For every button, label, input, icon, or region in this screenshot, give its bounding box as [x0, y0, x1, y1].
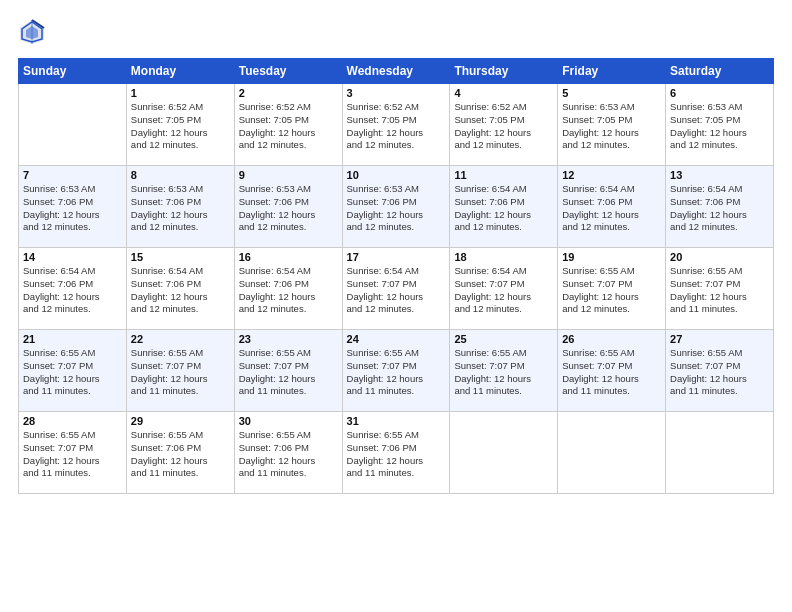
weekday-header-row: SundayMondayTuesdayWednesdayThursdayFrid… — [19, 59, 774, 84]
weekday-header: Monday — [126, 59, 234, 84]
day-info: Sunrise: 6:55 AM Sunset: 7:06 PM Dayligh… — [239, 429, 338, 480]
calendar-cell: 21Sunrise: 6:55 AM Sunset: 7:07 PM Dayli… — [19, 330, 127, 412]
day-info: Sunrise: 6:55 AM Sunset: 7:07 PM Dayligh… — [670, 347, 769, 398]
calendar-cell: 2Sunrise: 6:52 AM Sunset: 7:05 PM Daylig… — [234, 84, 342, 166]
day-number: 20 — [670, 251, 769, 263]
day-number: 5 — [562, 87, 661, 99]
calendar-cell: 10Sunrise: 6:53 AM Sunset: 7:06 PM Dayli… — [342, 166, 450, 248]
day-number: 6 — [670, 87, 769, 99]
day-info: Sunrise: 6:55 AM Sunset: 7:07 PM Dayligh… — [562, 265, 661, 316]
logo — [18, 18, 50, 46]
day-info: Sunrise: 6:53 AM Sunset: 7:05 PM Dayligh… — [562, 101, 661, 152]
day-number: 8 — [131, 169, 230, 181]
day-number: 17 — [347, 251, 446, 263]
weekday-header: Sunday — [19, 59, 127, 84]
day-info: Sunrise: 6:54 AM Sunset: 7:06 PM Dayligh… — [562, 183, 661, 234]
day-info: Sunrise: 6:54 AM Sunset: 7:06 PM Dayligh… — [454, 183, 553, 234]
calendar-cell: 22Sunrise: 6:55 AM Sunset: 7:07 PM Dayli… — [126, 330, 234, 412]
calendar-cell: 28Sunrise: 6:55 AM Sunset: 7:07 PM Dayli… — [19, 412, 127, 494]
calendar-cell — [450, 412, 558, 494]
weekday-header: Friday — [558, 59, 666, 84]
day-number: 7 — [23, 169, 122, 181]
day-info: Sunrise: 6:55 AM Sunset: 7:07 PM Dayligh… — [131, 347, 230, 398]
calendar-cell: 14Sunrise: 6:54 AM Sunset: 7:06 PM Dayli… — [19, 248, 127, 330]
day-info: Sunrise: 6:55 AM Sunset: 7:07 PM Dayligh… — [23, 429, 122, 480]
day-number: 11 — [454, 169, 553, 181]
calendar-cell: 17Sunrise: 6:54 AM Sunset: 7:07 PM Dayli… — [342, 248, 450, 330]
calendar-cell: 6Sunrise: 6:53 AM Sunset: 7:05 PM Daylig… — [666, 84, 774, 166]
day-info: Sunrise: 6:52 AM Sunset: 7:05 PM Dayligh… — [239, 101, 338, 152]
calendar-cell: 1Sunrise: 6:52 AM Sunset: 7:05 PM Daylig… — [126, 84, 234, 166]
day-number: 31 — [347, 415, 446, 427]
calendar-cell: 7Sunrise: 6:53 AM Sunset: 7:06 PM Daylig… — [19, 166, 127, 248]
calendar-cell: 18Sunrise: 6:54 AM Sunset: 7:07 PM Dayli… — [450, 248, 558, 330]
calendar-cell: 4Sunrise: 6:52 AM Sunset: 7:05 PM Daylig… — [450, 84, 558, 166]
day-number: 21 — [23, 333, 122, 345]
calendar-cell: 11Sunrise: 6:54 AM Sunset: 7:06 PM Dayli… — [450, 166, 558, 248]
day-info: Sunrise: 6:55 AM Sunset: 7:07 PM Dayligh… — [670, 265, 769, 316]
day-number: 16 — [239, 251, 338, 263]
day-info: Sunrise: 6:53 AM Sunset: 7:06 PM Dayligh… — [23, 183, 122, 234]
day-number: 19 — [562, 251, 661, 263]
calendar-body: 1Sunrise: 6:52 AM Sunset: 7:05 PM Daylig… — [19, 84, 774, 494]
day-number: 13 — [670, 169, 769, 181]
calendar-week-row: 28Sunrise: 6:55 AM Sunset: 7:07 PM Dayli… — [19, 412, 774, 494]
day-info: Sunrise: 6:54 AM Sunset: 7:06 PM Dayligh… — [670, 183, 769, 234]
calendar-cell: 9Sunrise: 6:53 AM Sunset: 7:06 PM Daylig… — [234, 166, 342, 248]
day-number: 3 — [347, 87, 446, 99]
day-info: Sunrise: 6:52 AM Sunset: 7:05 PM Dayligh… — [454, 101, 553, 152]
calendar-week-row: 14Sunrise: 6:54 AM Sunset: 7:06 PM Dayli… — [19, 248, 774, 330]
day-info: Sunrise: 6:55 AM Sunset: 7:07 PM Dayligh… — [454, 347, 553, 398]
calendar-cell: 15Sunrise: 6:54 AM Sunset: 7:06 PM Dayli… — [126, 248, 234, 330]
day-info: Sunrise: 6:53 AM Sunset: 7:06 PM Dayligh… — [239, 183, 338, 234]
day-number: 30 — [239, 415, 338, 427]
day-number: 9 — [239, 169, 338, 181]
calendar-cell: 8Sunrise: 6:53 AM Sunset: 7:06 PM Daylig… — [126, 166, 234, 248]
day-info: Sunrise: 6:54 AM Sunset: 7:06 PM Dayligh… — [239, 265, 338, 316]
calendar-cell: 29Sunrise: 6:55 AM Sunset: 7:06 PM Dayli… — [126, 412, 234, 494]
day-info: Sunrise: 6:55 AM Sunset: 7:07 PM Dayligh… — [23, 347, 122, 398]
calendar-cell: 16Sunrise: 6:54 AM Sunset: 7:06 PM Dayli… — [234, 248, 342, 330]
day-number: 4 — [454, 87, 553, 99]
calendar-cell — [558, 412, 666, 494]
day-info: Sunrise: 6:53 AM Sunset: 7:05 PM Dayligh… — [670, 101, 769, 152]
day-number: 1 — [131, 87, 230, 99]
weekday-header: Tuesday — [234, 59, 342, 84]
calendar-week-row: 1Sunrise: 6:52 AM Sunset: 7:05 PM Daylig… — [19, 84, 774, 166]
day-number: 22 — [131, 333, 230, 345]
day-info: Sunrise: 6:53 AM Sunset: 7:06 PM Dayligh… — [131, 183, 230, 234]
calendar-week-row: 7Sunrise: 6:53 AM Sunset: 7:06 PM Daylig… — [19, 166, 774, 248]
calendar-cell: 23Sunrise: 6:55 AM Sunset: 7:07 PM Dayli… — [234, 330, 342, 412]
day-info: Sunrise: 6:55 AM Sunset: 7:06 PM Dayligh… — [347, 429, 446, 480]
day-number: 14 — [23, 251, 122, 263]
calendar-cell: 3Sunrise: 6:52 AM Sunset: 7:05 PM Daylig… — [342, 84, 450, 166]
calendar-cell: 30Sunrise: 6:55 AM Sunset: 7:06 PM Dayli… — [234, 412, 342, 494]
calendar-cell: 19Sunrise: 6:55 AM Sunset: 7:07 PM Dayli… — [558, 248, 666, 330]
calendar-cell — [666, 412, 774, 494]
day-number: 24 — [347, 333, 446, 345]
calendar-cell: 12Sunrise: 6:54 AM Sunset: 7:06 PM Dayli… — [558, 166, 666, 248]
day-number: 15 — [131, 251, 230, 263]
logo-icon — [18, 18, 46, 46]
day-info: Sunrise: 6:54 AM Sunset: 7:06 PM Dayligh… — [131, 265, 230, 316]
day-number: 28 — [23, 415, 122, 427]
day-info: Sunrise: 6:55 AM Sunset: 7:07 PM Dayligh… — [347, 347, 446, 398]
calendar-cell — [19, 84, 127, 166]
day-number: 12 — [562, 169, 661, 181]
calendar-week-row: 21Sunrise: 6:55 AM Sunset: 7:07 PM Dayli… — [19, 330, 774, 412]
calendar-table: SundayMondayTuesdayWednesdayThursdayFrid… — [18, 58, 774, 494]
day-number: 18 — [454, 251, 553, 263]
weekday-header: Thursday — [450, 59, 558, 84]
day-number: 27 — [670, 333, 769, 345]
calendar-cell: 20Sunrise: 6:55 AM Sunset: 7:07 PM Dayli… — [666, 248, 774, 330]
day-number: 25 — [454, 333, 553, 345]
weekday-header: Saturday — [666, 59, 774, 84]
day-info: Sunrise: 6:55 AM Sunset: 7:07 PM Dayligh… — [239, 347, 338, 398]
calendar-cell: 5Sunrise: 6:53 AM Sunset: 7:05 PM Daylig… — [558, 84, 666, 166]
weekday-header: Wednesday — [342, 59, 450, 84]
day-info: Sunrise: 6:55 AM Sunset: 7:06 PM Dayligh… — [131, 429, 230, 480]
calendar-cell: 27Sunrise: 6:55 AM Sunset: 7:07 PM Dayli… — [666, 330, 774, 412]
day-number: 10 — [347, 169, 446, 181]
day-number: 26 — [562, 333, 661, 345]
calendar-cell: 26Sunrise: 6:55 AM Sunset: 7:07 PM Dayli… — [558, 330, 666, 412]
